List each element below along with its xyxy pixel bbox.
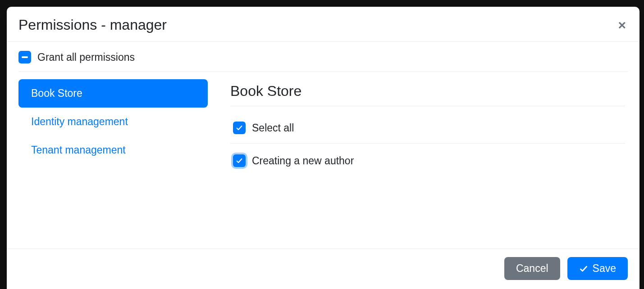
select-all-row: Select all: [230, 111, 625, 144]
select-all-checkbox[interactable]: [233, 122, 246, 134]
cancel-label: Cancel: [516, 262, 548, 275]
permissions-panel: Book Store Select all Creating a new aut…: [230, 79, 628, 176]
check-icon: [236, 157, 243, 164]
tab-book-store[interactable]: Book Store: [18, 79, 208, 108]
grant-all-label: Grant all permissions: [37, 51, 135, 63]
tab-identity-management[interactable]: Identity management: [18, 108, 208, 136]
permissions-modal: Permissions - manager × Grant all permis…: [7, 7, 639, 289]
cancel-button[interactable]: Cancel: [504, 257, 560, 280]
modal-header: Permissions - manager ×: [7, 7, 639, 42]
save-button[interactable]: Save: [567, 257, 628, 280]
modal-backdrop: Permissions - manager × Grant all permis…: [0, 0, 644, 289]
save-label: Save: [593, 262, 616, 275]
permission-row: Creating a new author: [230, 144, 625, 176]
tab-label: Tenant management: [31, 144, 126, 156]
close-icon: ×: [618, 18, 626, 32]
check-icon: [579, 264, 588, 273]
close-button[interactable]: ×: [616, 18, 628, 32]
permission-checkbox[interactable]: [233, 154, 246, 167]
body-columns: Book Store Identity management Tenant ma…: [18, 79, 628, 176]
check-icon: [236, 124, 243, 131]
modal-body: Grant all permissions Book Store Identit…: [7, 42, 639, 248]
tab-label: Identity management: [31, 116, 128, 127]
select-all-label: Select all: [252, 122, 294, 134]
permission-group-tabs: Book Store Identity management Tenant ma…: [18, 79, 208, 176]
panel-title: Book Store: [230, 83, 625, 106]
modal-footer: Cancel Save: [7, 248, 639, 289]
grant-all-row: Grant all permissions: [18, 51, 628, 72]
grant-all-checkbox[interactable]: [18, 51, 31, 63]
tab-tenant-management[interactable]: Tenant management: [18, 136, 208, 164]
permission-label: Creating a new author: [252, 155, 354, 167]
tab-label: Book Store: [31, 87, 82, 99]
modal-title: Permissions - manager: [18, 17, 167, 33]
